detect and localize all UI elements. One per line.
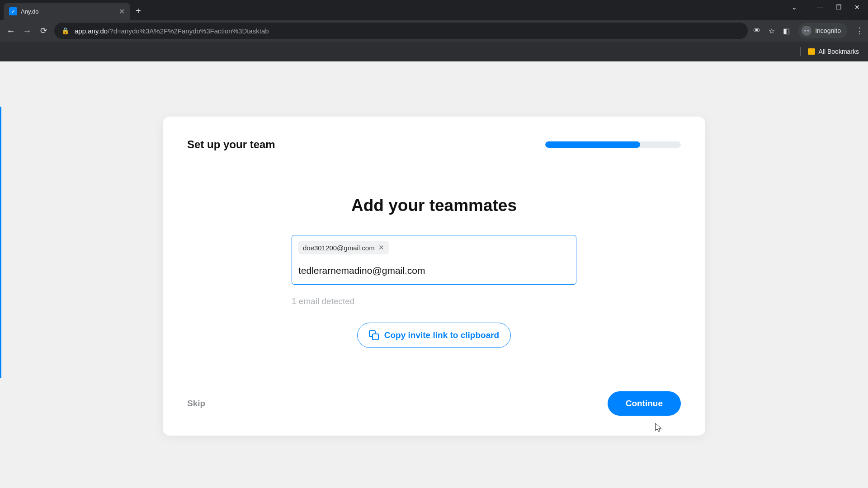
bookmarks-bar: All Bookmarks <box>0 42 868 61</box>
lock-icon: 🔒 <box>61 27 69 34</box>
new-tab-button[interactable]: + <box>136 6 141 16</box>
reload-button[interactable]: ⟳ <box>38 26 49 36</box>
email-input-box[interactable]: doe301200@gmail.com ✕ <box>292 235 576 285</box>
continue-button[interactable]: Continue <box>608 391 681 416</box>
remove-chip-icon[interactable]: ✕ <box>378 244 384 252</box>
side-panel-icon[interactable]: ◧ <box>783 27 790 35</box>
progress-bar <box>545 141 681 148</box>
emails-detected-text: 1 email detected <box>292 296 576 306</box>
divider <box>800 47 801 56</box>
email-input[interactable] <box>298 263 570 276</box>
progress-fill <box>545 141 640 148</box>
copy-icon <box>369 330 379 340</box>
left-accent-edge <box>0 107 1 378</box>
forward-button[interactable]: → <box>22 26 33 36</box>
browser-chrome: ✓ Any.do ✕ + ⌄ — ❐ ✕ ← → ⟳ 🔒 app.any.do/… <box>0 0 868 61</box>
incognito-badge[interactable]: 👓 Incognito <box>798 23 847 38</box>
skip-button[interactable]: Skip <box>187 399 205 408</box>
page-background: Set up your team Add your teammates doe3… <box>0 61 868 488</box>
email-chip-text: doe301200@gmail.com <box>303 244 375 252</box>
copy-link-label: Copy invite link to clipboard <box>384 330 499 340</box>
eye-off-icon[interactable]: 👁 <box>753 27 760 35</box>
browser-tab[interactable]: ✓ Any.do ✕ <box>4 3 130 20</box>
chevron-down-icon[interactable]: ⌄ <box>792 4 797 11</box>
step-title: Set up your team <box>187 138 275 151</box>
menu-button[interactable]: ⋮ <box>855 26 863 36</box>
onboarding-modal: Set up your team Add your teammates doe3… <box>163 117 705 436</box>
modal-footer: Skip Continue <box>187 391 681 416</box>
favicon-icon: ✓ <box>9 7 17 15</box>
window-controls: ⌄ — ❐ ✕ <box>792 4 860 11</box>
minimize-icon[interactable]: — <box>817 4 823 11</box>
modal-header: Set up your team <box>187 138 681 151</box>
maximize-icon[interactable]: ❐ <box>836 4 842 11</box>
url-field[interactable]: 🔒 app.any.do/?d=anydo%3A%2F%2Fanydo%3Fac… <box>54 23 748 39</box>
url-text: app.any.do/?d=anydo%3A%2F%2Fanydo%3Facti… <box>75 27 269 35</box>
close-tab-icon[interactable]: ✕ <box>119 7 125 16</box>
folder-icon <box>808 48 815 55</box>
incognito-label: Incognito <box>815 27 841 34</box>
tab-bar: ✓ Any.do ✕ + ⌄ — ❐ ✕ <box>0 0 868 20</box>
copy-invite-link-button[interactable]: Copy invite link to clipboard <box>357 323 511 348</box>
incognito-icon: 👓 <box>802 26 811 36</box>
main-heading: Add your teammates <box>187 196 681 215</box>
bookmark-star-icon[interactable]: ☆ <box>769 27 775 35</box>
address-bar-right: 👁 ☆ ◧ 👓 Incognito ⋮ <box>753 23 863 38</box>
email-chip: doe301200@gmail.com ✕ <box>298 241 389 254</box>
close-window-icon[interactable]: ✕ <box>854 4 860 11</box>
address-bar: ← → ⟳ 🔒 app.any.do/?d=anydo%3A%2F%2Fanyd… <box>0 20 868 42</box>
back-button[interactable]: ← <box>5 26 16 36</box>
tab-title: Any.do <box>21 8 115 15</box>
all-bookmarks-button[interactable]: All Bookmarks <box>819 48 859 55</box>
